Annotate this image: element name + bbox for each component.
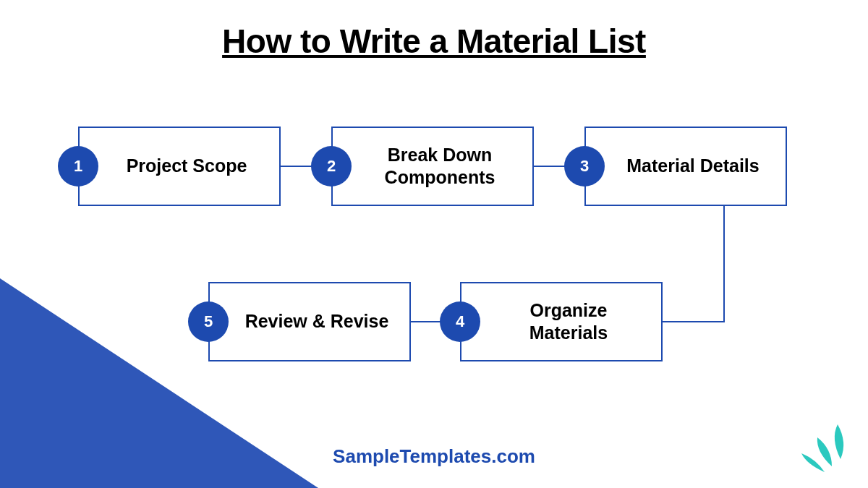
- step-4-box: Organize Materials: [460, 282, 663, 361]
- decorative-triangle: [0, 278, 318, 488]
- step-1: 1 Project Scope: [58, 127, 281, 206]
- step-3-box: Material Details: [584, 127, 787, 206]
- connector-3-4: [663, 321, 725, 322]
- step-5-number: 5: [188, 301, 229, 342]
- step-4: 4 Organize Materials: [440, 282, 663, 361]
- step-3: 3 Material Details: [564, 127, 787, 206]
- step-4-number: 4: [440, 301, 480, 342]
- page-title: How to Write a Material List: [0, 22, 868, 61]
- step-1-box: Project Scope: [78, 127, 281, 206]
- step-2-box: Break Down Components: [331, 127, 534, 206]
- step-2-number: 2: [311, 146, 352, 187]
- step-3-number: 3: [564, 146, 605, 187]
- step-2: 2 Break Down Components: [311, 127, 534, 206]
- decorative-leaves-icon: [788, 403, 861, 475]
- connector-3-down: [723, 206, 725, 322]
- step-1-number: 1: [58, 146, 98, 187]
